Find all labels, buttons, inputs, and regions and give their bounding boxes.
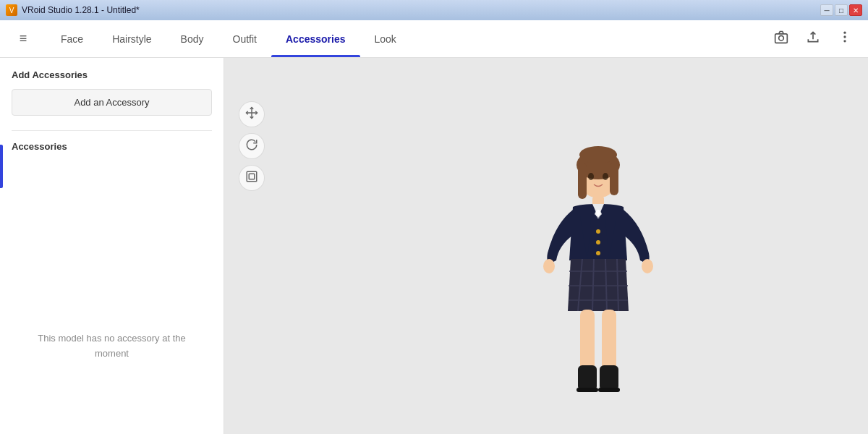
more-options-icon — [838, 30, 852, 48]
svg-point-4 — [843, 40, 846, 42]
svg-point-3 — [843, 35, 846, 38]
svg-rect-30 — [600, 365, 618, 391]
svg-point-34 — [596, 240, 600, 244]
svg-rect-10 — [610, 163, 618, 195]
svg-rect-32 — [598, 388, 620, 392]
nav-tabs: Face Hairstyle Body Outfit Accessories L… — [46, 20, 770, 57]
close-button[interactable]: ✕ — [849, 4, 862, 16]
maximize-button[interactable]: □ — [835, 4, 848, 16]
tab-accessories[interactable]: Accessories — [271, 20, 360, 57]
tab-body[interactable]: Body — [166, 20, 218, 57]
tab-face[interactable]: Face — [46, 20, 98, 57]
tab-hairstyle[interactable]: Hairstyle — [98, 20, 166, 57]
content-area: Add Accessories Add an Accessory Accesso… — [0, 58, 868, 434]
more-options-button[interactable] — [833, 27, 856, 51]
nav-bar: ≡ Face Hairstyle Body Outfit Accessories… — [0, 20, 868, 58]
svg-rect-17 — [595, 213, 602, 215]
svg-point-12 — [588, 173, 594, 180]
sidebar-accent — [0, 145, 3, 188]
svg-rect-6 — [249, 174, 255, 179]
hamburger-menu-button[interactable]: ≡ — [12, 27, 35, 51]
frame-tool-button[interactable] — [239, 165, 265, 191]
svg-point-11 — [579, 146, 617, 163]
export-icon — [806, 30, 820, 48]
no-accessory-message: This model has no accessory at themoment — [0, 331, 224, 362]
title-bar: V VRoid Studio 1.28.1 - Untitled* ─ □ ✕ — [0, 0, 868, 20]
tab-outfit[interactable]: Outfit — [218, 20, 271, 57]
add-accessory-button[interactable]: Add an Accessory — [12, 89, 212, 116]
window-controls: ─ □ ✕ — [820, 4, 862, 16]
app-icon: V — [6, 4, 17, 16]
svg-point-13 — [603, 173, 608, 180]
svg-point-18 — [543, 259, 555, 273]
accessories-section: Accessories — [12, 130, 212, 158]
rotate-icon — [245, 138, 258, 154]
accessories-section-title: Accessories — [12, 141, 212, 152]
minimize-button[interactable]: ─ — [820, 4, 833, 16]
svg-rect-28 — [602, 310, 616, 375]
viewport — [224, 58, 868, 434]
export-button[interactable] — [801, 27, 825, 51]
svg-point-35 — [596, 251, 600, 255]
camera-icon — [774, 30, 788, 48]
svg-rect-31 — [576, 388, 598, 392]
svg-point-2 — [843, 32, 846, 34]
move-icon — [245, 106, 258, 122]
hamburger-icon: ≡ — [20, 31, 27, 46]
svg-rect-27 — [580, 310, 595, 375]
svg-rect-29 — [578, 365, 597, 391]
title-bar-left: V VRoid Studio 1.28.1 - Untitled* — [6, 4, 140, 16]
tab-look[interactable]: Look — [360, 20, 411, 57]
svg-point-33 — [596, 229, 600, 234]
move-tool-button[interactable] — [239, 101, 265, 127]
nav-right-actions — [770, 27, 856, 51]
viewport-tools — [239, 101, 265, 191]
svg-point-1 — [779, 35, 784, 41]
svg-rect-5 — [247, 171, 257, 182]
svg-point-19 — [642, 259, 653, 273]
frame-icon — [245, 170, 258, 186]
character-model — [533, 145, 663, 420]
camera-button[interactable] — [770, 27, 793, 51]
window-title: VRoid Studio 1.28.1 - Untitled* — [22, 5, 140, 15]
sidebar: Add Accessories Add an Accessory Accesso… — [0, 58, 224, 434]
svg-rect-9 — [578, 163, 587, 199]
rotate-tool-button[interactable] — [239, 133, 265, 159]
app-window: ≡ Face Hairstyle Body Outfit Accessories… — [0, 20, 868, 434]
add-accessories-title: Add Accessories — [12, 69, 212, 80]
